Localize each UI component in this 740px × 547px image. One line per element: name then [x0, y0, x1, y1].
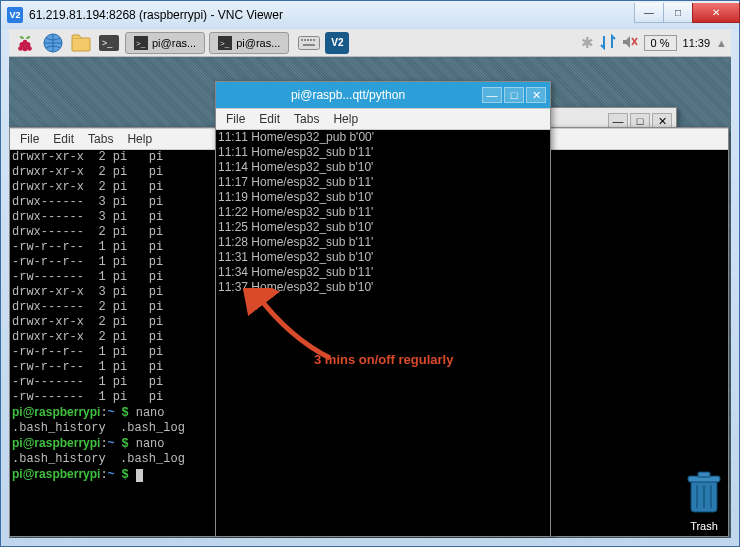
svg-point-3 [18, 46, 23, 51]
menu-edit[interactable]: Edit [53, 132, 74, 146]
svg-rect-8 [99, 35, 119, 51]
menu-tabs[interactable]: Tabs [88, 132, 113, 146]
web-browser-icon[interactable] [41, 32, 65, 54]
menu-help[interactable]: Help [127, 132, 152, 146]
terminal-titlebar[interactable]: pi@raspb...qtt/python — □ ✕ [216, 82, 550, 108]
svg-point-1 [25, 42, 30, 47]
trash-desktop-icon[interactable]: Trash [683, 470, 725, 532]
remote-desktop: >_ >_ pi@ras... >_ pi@ras... V2 ✱ [9, 29, 731, 538]
terminal-window-python[interactable]: pi@raspb...qtt/python — □ ✕ File Edit Ta… [215, 81, 551, 537]
cpu-usage[interactable]: 0 % [644, 35, 677, 51]
svg-text:>_: >_ [220, 39, 230, 48]
terminal-launcher-icon[interactable]: >_ [97, 32, 121, 54]
keyboard-icon[interactable] [297, 32, 321, 54]
win7-titlebar[interactable]: V2 61.219.81.194:8268 (raspberrypi) - VN… [1, 1, 739, 29]
minimize-button[interactable]: — [634, 3, 664, 23]
svg-point-4 [27, 46, 32, 51]
raspberry-menu-icon[interactable] [13, 32, 37, 54]
svg-rect-14 [299, 36, 320, 49]
svg-rect-25 [698, 472, 710, 477]
terminal-task-icon: >_ [218, 36, 232, 50]
svg-rect-15 [301, 39, 303, 41]
svg-rect-16 [304, 39, 306, 41]
terminal-title: pi@raspb...qtt/python [216, 88, 480, 102]
svg-text:>_: >_ [136, 39, 146, 48]
terminal-output[interactable]: 11:11 Home/esp32_pub b'00' 11:11 Home/es… [216, 130, 550, 536]
trash-label: Trash [683, 520, 725, 532]
window-minimize-button[interactable]: — [482, 87, 502, 103]
trash-icon [683, 470, 725, 516]
taskbar-item-label: pi@ras... [152, 37, 196, 49]
svg-rect-19 [313, 39, 315, 41]
bluetooth-icon[interactable]: ✱ [581, 34, 594, 52]
vnc-app-icon: V2 [7, 7, 23, 23]
terminal-task-icon: >_ [134, 36, 148, 50]
menu-file[interactable]: File [20, 132, 39, 146]
maximize-button[interactable]: □ [663, 3, 693, 23]
taskbar-item-label: pi@ras... [236, 37, 280, 49]
svg-rect-20 [303, 44, 315, 46]
volume-mute-icon[interactable] [622, 35, 638, 51]
menu-file[interactable]: File [226, 112, 245, 126]
window-close-button[interactable]: ✕ [526, 87, 546, 103]
terminal-menubar: File Edit Tabs Help [216, 108, 550, 130]
svg-point-0 [20, 42, 25, 47]
svg-text:>_: >_ [102, 38, 113, 48]
window-maximize-button[interactable]: □ [504, 87, 524, 103]
menu-help[interactable]: Help [333, 112, 358, 126]
svg-rect-18 [310, 39, 312, 41]
taskbar: >_ >_ pi@ras... >_ pi@ras... V2 ✱ [9, 29, 731, 57]
vnc-viewer-window: V2 61.219.81.194:8268 (raspberrypi) - VN… [0, 0, 740, 547]
taskbar-item-terminal1[interactable]: >_ pi@ras... [125, 32, 205, 54]
taskbar-item-terminal2[interactable]: >_ pi@ras... [209, 32, 289, 54]
svg-rect-7 [72, 38, 90, 51]
eject-icon[interactable]: ▲ [716, 37, 727, 49]
svg-rect-17 [307, 39, 309, 41]
file-manager-icon[interactable] [69, 32, 93, 54]
close-button[interactable]: ✕ [692, 3, 740, 23]
svg-point-2 [22, 45, 27, 50]
svg-point-5 [23, 39, 28, 44]
svg-point-6 [44, 34, 62, 52]
menu-edit[interactable]: Edit [259, 112, 280, 126]
annotation-text: 3 mins on/off regularly [314, 352, 453, 367]
window-title: 61.219.81.194:8268 (raspberrypi) - VNC V… [29, 8, 634, 22]
menu-tabs[interactable]: Tabs [294, 112, 319, 126]
vnc-server-icon[interactable]: V2 [325, 32, 349, 54]
clock[interactable]: 11:39 [683, 37, 711, 49]
network-icon[interactable] [600, 34, 616, 52]
